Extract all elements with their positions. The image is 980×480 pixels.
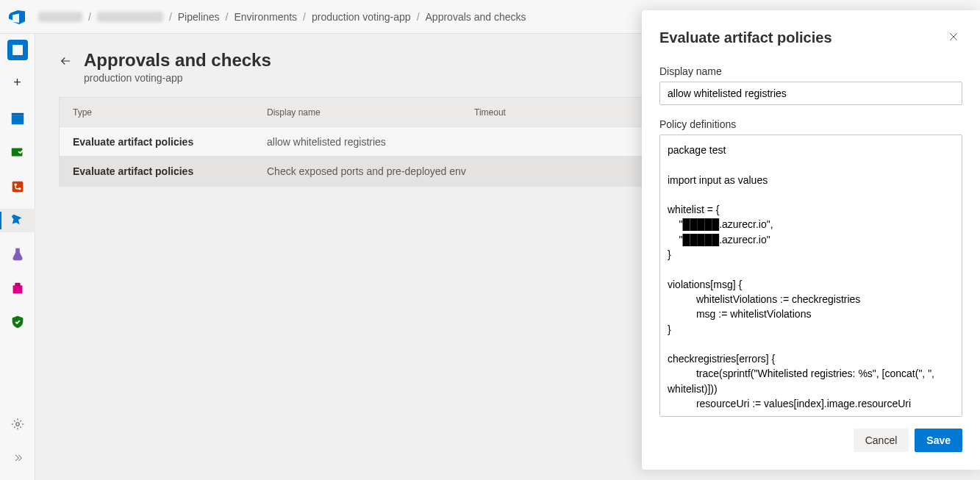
nav-boards[interactable] <box>6 107 29 131</box>
breadcrumb-environments[interactable]: Environments <box>235 11 298 23</box>
breadcrumb-approvals[interactable]: Approvals and checks <box>426 11 526 23</box>
nav-add[interactable]: + <box>6 71 29 94</box>
nav-pipelines[interactable] <box>0 209 35 232</box>
nav-compliance[interactable] <box>6 310 29 334</box>
col-header-type[interactable]: Type <box>60 107 267 118</box>
nav-artifacts[interactable] <box>6 276 29 300</box>
svg-point-6 <box>18 187 21 190</box>
col-header-display[interactable]: Display name <box>267 107 474 118</box>
side-panel: Evaluate artifact policies Display name … <box>642 10 980 470</box>
nav-test-plans[interactable] <box>6 243 29 266</box>
azure-devops-logo-icon[interactable] <box>9 8 26 26</box>
svg-point-5 <box>14 183 17 186</box>
panel-footer: Cancel Save <box>659 417 962 452</box>
nav-repos[interactable] <box>6 175 29 198</box>
svg-rect-8 <box>15 283 20 287</box>
policy-definitions-label: Policy definitions <box>659 118 962 130</box>
svg-rect-0 <box>12 45 23 55</box>
svg-rect-1 <box>11 115 24 125</box>
save-button[interactable]: Save <box>915 429 962 452</box>
page-subtitle: production voting-app <box>84 72 271 84</box>
cell-display: Check exposed ports and pre-deployed env <box>267 165 474 177</box>
breadcrumb-sep: / <box>226 11 229 23</box>
panel-header: Evaluate artifact policies <box>659 28 962 48</box>
svg-rect-4 <box>12 182 23 193</box>
panel-title: Evaluate artifact policies <box>659 29 832 46</box>
nav-overview[interactable] <box>7 40 28 60</box>
svg-rect-7 <box>12 285 22 293</box>
nav-expand[interactable] <box>6 446 29 470</box>
policy-textarea-wrap <box>659 135 962 417</box>
breadcrumb-sep: / <box>169 11 172 23</box>
svg-rect-2 <box>11 113 24 115</box>
left-nav: + <box>0 34 35 480</box>
breadcrumb-env-name[interactable]: production voting-app <box>312 11 411 23</box>
back-button[interactable] <box>59 54 72 70</box>
cell-display: allow whitelisted registries <box>267 136 474 148</box>
breadcrumb-sep: / <box>88 11 91 23</box>
breadcrumb-sep: / <box>303 11 306 23</box>
breadcrumb-sep: / <box>417 11 420 23</box>
display-name-input[interactable] <box>659 82 962 105</box>
cell-type: Evaluate artifact policies <box>60 136 267 148</box>
cancel-button[interactable]: Cancel <box>854 429 909 452</box>
svg-point-9 <box>15 423 19 426</box>
breadcrumb-org[interactable] <box>38 12 82 22</box>
breadcrumb-project[interactable] <box>97 12 163 22</box>
nav-work-items[interactable] <box>6 141 29 165</box>
breadcrumb-pipelines[interactable]: Pipelines <box>178 11 220 23</box>
policy-definitions-textarea[interactable] <box>660 135 962 416</box>
display-name-label: Display name <box>659 65 962 77</box>
breadcrumb: / / Pipelines / Environments / productio… <box>38 11 526 23</box>
cell-type: Evaluate artifact policies <box>60 165 267 177</box>
nav-settings[interactable] <box>6 412 29 436</box>
page-title: Approvals and checks <box>84 50 271 71</box>
close-button[interactable] <box>945 28 962 48</box>
